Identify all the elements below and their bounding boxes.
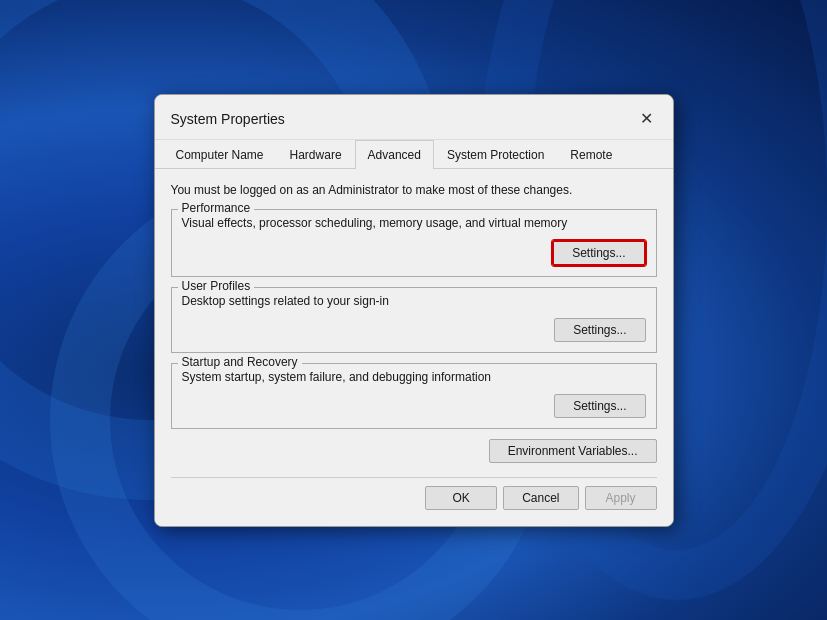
user-profiles-section: User Profiles Desktop settings related t… xyxy=(171,287,657,353)
dialog-footer: OK Cancel Apply xyxy=(171,477,657,512)
user-profiles-description: Desktop settings related to your sign-in xyxy=(180,294,648,308)
tabs-bar: Computer Name Hardware Advanced System P… xyxy=(155,140,673,169)
apply-button[interactable]: Apply xyxy=(585,486,657,510)
startup-recovery-section: Startup and Recovery System startup, sys… xyxy=(171,363,657,429)
startup-recovery-label: Startup and Recovery xyxy=(178,355,302,369)
user-profiles-settings-button[interactable]: Settings... xyxy=(554,318,645,342)
startup-recovery-description: System startup, system failure, and debu… xyxy=(180,370,648,384)
dialog-title: System Properties xyxy=(171,111,285,127)
tab-hardware[interactable]: Hardware xyxy=(277,140,355,169)
environment-variables-button[interactable]: Environment Variables... xyxy=(489,439,657,463)
env-variables-row: Environment Variables... xyxy=(171,439,657,463)
tab-advanced[interactable]: Advanced xyxy=(355,140,434,169)
system-properties-dialog: System Properties ✕ Computer Name Hardwa… xyxy=(154,94,674,527)
user-profiles-label: User Profiles xyxy=(178,279,255,293)
cancel-button[interactable]: Cancel xyxy=(503,486,578,510)
close-icon: ✕ xyxy=(640,109,653,128)
startup-recovery-settings-button[interactable]: Settings... xyxy=(554,394,645,418)
tab-remote[interactable]: Remote xyxy=(557,140,625,169)
admin-notice: You must be logged on as an Administrato… xyxy=(171,183,657,197)
performance-label: Performance xyxy=(178,201,255,215)
ok-button[interactable]: OK xyxy=(425,486,497,510)
tab-computer-name[interactable]: Computer Name xyxy=(163,140,277,169)
title-bar: System Properties ✕ xyxy=(155,95,673,140)
performance-settings-button[interactable]: Settings... xyxy=(552,240,645,266)
performance-description: Visual effects, processor scheduling, me… xyxy=(180,216,648,230)
content-area: You must be logged on as an Administrato… xyxy=(155,169,673,526)
close-button[interactable]: ✕ xyxy=(633,105,661,133)
performance-section: Performance Visual effects, processor sc… xyxy=(171,209,657,277)
tab-system-protection[interactable]: System Protection xyxy=(434,140,557,169)
